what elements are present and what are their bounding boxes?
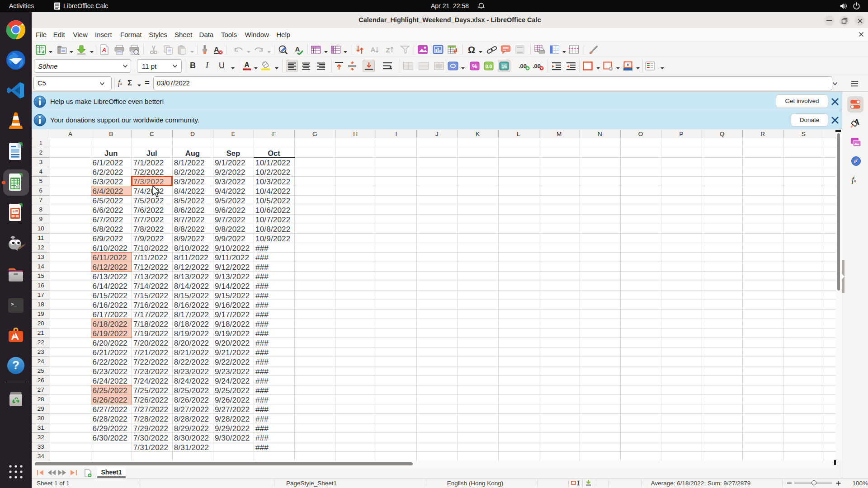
svg-text:Ω: Ω: [468, 45, 475, 55]
svg-text:0.0: 0.0: [486, 64, 492, 69]
svg-text:.00: .00: [519, 63, 527, 70]
svg-text:Z: Z: [386, 46, 390, 54]
svg-text:>_: >_: [11, 302, 17, 307]
svg-text:A: A: [101, 47, 106, 53]
svg-text:A: A: [244, 61, 250, 69]
svg-text:A: A: [295, 45, 300, 53]
svg-text:%: %: [472, 63, 477, 70]
svg-text:A: A: [213, 46, 219, 54]
svg-text:?: ?: [12, 358, 19, 372]
svg-text:15: 15: [501, 64, 507, 69]
svg-text:.00: .00: [533, 63, 541, 70]
svg-text:A: A: [370, 46, 375, 53]
